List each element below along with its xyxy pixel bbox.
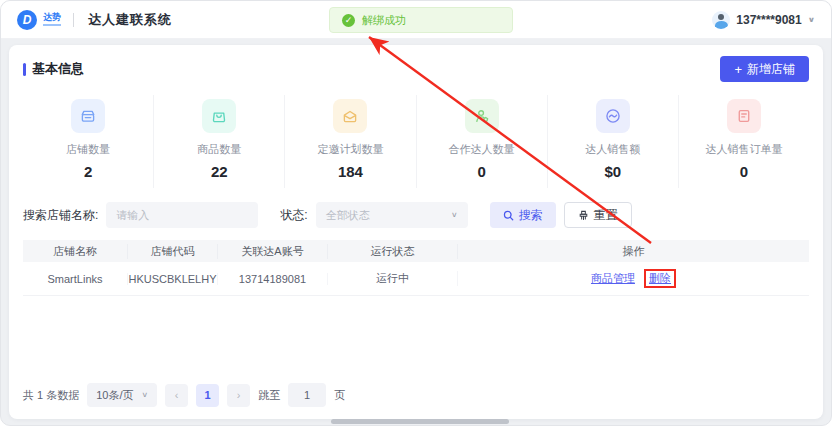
stats-row: 店铺数量 2 商品数量 22 定邀计划数量 184 <box>23 95 809 188</box>
col-actions: 操作 <box>458 244 809 259</box>
table-header-row: 店铺名称 店铺代码 关联达A账号 运行状态 操作 <box>23 240 809 262</box>
main-panel: 基本信息 + 新增店铺 店铺数量 2 商品数量 22 <box>9 45 823 419</box>
cell-store-code: HKUSCBKLELHY <box>128 273 218 285</box>
col-linked-account: 关联达A账号 <box>218 244 328 259</box>
current-page-button[interactable]: 1 <box>196 384 219 407</box>
chevron-down-icon: ∨ <box>142 391 149 399</box>
jump-page-input[interactable] <box>288 383 326 407</box>
brand-logo-icon: D <box>17 10 37 30</box>
trend-circle-icon <box>596 99 630 133</box>
order-doc-icon <box>727 99 761 133</box>
bottom-scrollbar[interactable] <box>331 419 509 424</box>
cell-actions: 商品管理 删除 <box>458 269 809 288</box>
stat-sales-orders: 达人销售订单量 0 <box>679 95 809 188</box>
stat-invite-plan-count: 定邀计划数量 184 <box>285 95 416 188</box>
col-store-code: 店铺代码 <box>128 244 218 259</box>
person-icon <box>465 99 499 133</box>
user-phone: 137****9081 <box>736 13 801 27</box>
brand-area: D 达势 达人建联系统 <box>17 10 172 30</box>
total-count: 共 1 条数据 <box>23 388 79 403</box>
prev-page-button[interactable]: ‹ <box>165 384 188 407</box>
stat-partner-count: 合作达人数量 0 <box>417 95 548 188</box>
store-icon <box>71 99 105 133</box>
avatar <box>712 11 730 29</box>
jump-label: 跳至 <box>258 388 280 403</box>
table-row: SmartLinks HKUSCBKLELHY 13714189081 运行中 … <box>23 262 809 296</box>
cell-linked-account: 13714189081 <box>218 273 328 285</box>
filter-bar: 搜索店铺名称: 状态: 全部状态 ∨ 搜索 重置 <box>23 202 809 228</box>
stat-sales-amount: 达人销售额 $0 <box>548 95 679 188</box>
pagination-bar: 共 1 条数据 10条/页 ∨ ‹ 1 › 跳至 页 <box>23 383 345 407</box>
reset-broom-icon <box>578 210 589 221</box>
product-manage-link[interactable]: 商品管理 <box>591 272 635 284</box>
stat-product-count: 商品数量 22 <box>154 95 285 188</box>
app-title: 达人建联系统 <box>88 11 172 29</box>
cell-store-name: SmartLinks <box>23 273 128 285</box>
search-label: 搜索店铺名称: <box>23 207 98 224</box>
store-name-input[interactable] <box>106 202 258 228</box>
success-check-icon: ✓ <box>342 14 355 27</box>
add-store-button[interactable]: + 新增店铺 <box>720 56 809 82</box>
brand-logo-text: 达势 <box>43 13 61 26</box>
app-window: D 达势 达人建联系统 137****9081 ∨ ✓ 解绑成功 基本信息 + … <box>0 0 832 426</box>
section-title: 基本信息 <box>23 60 84 78</box>
jump-suffix: 页 <box>334 388 345 403</box>
user-menu[interactable]: 137****9081 ∨ <box>712 11 815 29</box>
panel-header: 基本信息 + 新增店铺 <box>23 55 809 83</box>
delete-link[interactable]: 删除 <box>649 272 671 284</box>
open-mail-icon <box>333 99 367 133</box>
stat-store-count: 店铺数量 2 <box>23 95 154 188</box>
store-table: 店铺名称 店铺代码 关联达A账号 运行状态 操作 SmartLinks HKUS… <box>23 240 809 296</box>
plus-icon: + <box>734 63 742 76</box>
toast-message: 解绑成功 <box>362 13 406 28</box>
next-page-button[interactable]: › <box>227 384 250 407</box>
reset-button[interactable]: 重置 <box>564 202 632 228</box>
cell-run-status: 运行中 <box>328 271 458 286</box>
search-icon <box>503 210 514 221</box>
status-label: 状态: <box>280 207 307 224</box>
search-button[interactable]: 搜索 <box>490 202 556 228</box>
chevron-down-icon: ∨ <box>808 16 815 24</box>
col-run-status: 运行状态 <box>328 244 458 259</box>
col-store-name: 店铺名称 <box>23 244 128 259</box>
delete-annotation-box: 删除 <box>644 269 676 288</box>
page-size-select[interactable]: 10条/页 ∨ <box>87 383 157 407</box>
bag-icon <box>202 99 236 133</box>
success-toast: ✓ 解绑成功 <box>329 7 513 33</box>
divider <box>73 13 74 27</box>
title-accent-bar <box>23 63 26 76</box>
chevron-down-icon: ∨ <box>451 211 458 219</box>
status-select[interactable]: 全部状态 ∨ <box>316 202 468 228</box>
